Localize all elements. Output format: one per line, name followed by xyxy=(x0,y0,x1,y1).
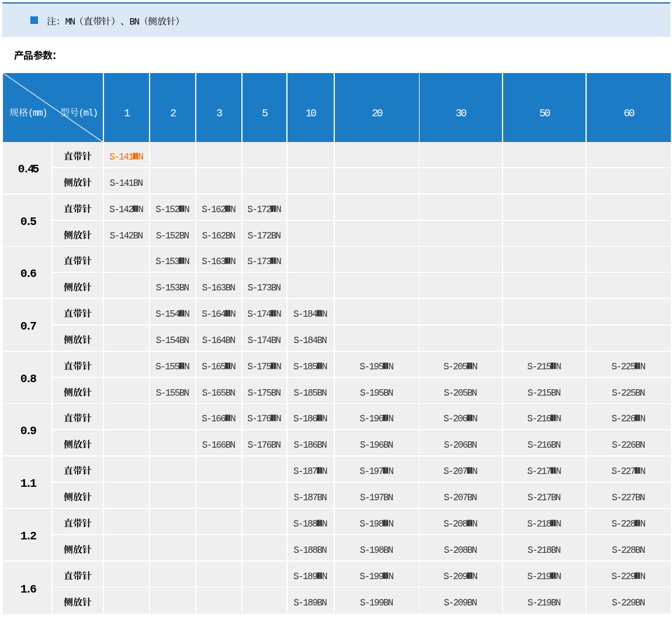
cjk-glyph xyxy=(73,545,82,554)
model-cell-empty xyxy=(420,195,503,221)
model-cell: S-153N xyxy=(150,247,196,273)
needle-type-label xyxy=(64,598,92,608)
needle-type-label xyxy=(64,440,92,451)
cjk-glyph xyxy=(73,361,82,371)
model-cell: S-155BN xyxy=(150,378,196,404)
model-cell-empty xyxy=(243,509,287,535)
cjk-glyph xyxy=(82,598,92,607)
model-cell-empty xyxy=(503,247,587,273)
model-cell: S-215N xyxy=(503,352,587,378)
cjk-glyph xyxy=(52,50,62,60)
model-code: S-208BN xyxy=(444,545,477,556)
spec-value: 0.6 xyxy=(20,267,35,281)
model-code: S-174N xyxy=(247,309,280,320)
model-cell: S-208BN xyxy=(420,535,503,562)
model-cell-empty xyxy=(104,509,150,535)
model-cell-empty xyxy=(587,142,671,168)
cjk-glyph xyxy=(157,16,167,26)
cjk-glyph xyxy=(82,440,92,449)
model-cell: S-196BN xyxy=(335,430,420,456)
model-cell: S-209N xyxy=(420,562,503,588)
spec-cell: 0.5 xyxy=(3,195,53,247)
cjk-glyph xyxy=(64,361,73,371)
block-m-glyph xyxy=(635,468,640,475)
volume-header-label: 2 xyxy=(150,109,195,118)
model-cell-empty xyxy=(150,404,196,430)
model-cell-empty xyxy=(243,142,287,168)
model-cell: S-154BN xyxy=(150,326,196,352)
model-cell: S-199BN xyxy=(335,587,420,614)
model-cell: S-185N xyxy=(287,352,335,378)
block-m-glyph xyxy=(635,415,640,422)
model-cell: S-153BN xyxy=(150,273,196,299)
block-m-glyph xyxy=(467,415,472,422)
block-m-glyph xyxy=(550,468,556,475)
block-m-glyph xyxy=(271,415,276,422)
model-cell-empty xyxy=(587,221,671,247)
block-m-glyph xyxy=(383,362,388,369)
model-cell: S-172N xyxy=(243,195,287,221)
latin-text-run: (ml) xyxy=(79,108,98,119)
note-text: MNBN xyxy=(47,16,185,27)
block-m-glyph xyxy=(225,415,230,422)
model-cell-empty xyxy=(335,273,420,299)
cjk-glyph xyxy=(14,50,24,60)
needle-type-cell xyxy=(53,221,104,247)
spec-value: 1.2 xyxy=(20,529,35,543)
model-code: S-165BN xyxy=(202,388,235,399)
model-cell: S-176N xyxy=(243,404,287,430)
cjk-glyph xyxy=(175,16,185,26)
model-code: S-205N xyxy=(444,362,477,372)
model-cell: S-207BN xyxy=(420,483,503,509)
cjk-glyph xyxy=(64,335,73,344)
latin-text-run: (mm) xyxy=(28,108,47,119)
model-code: S-227BN xyxy=(612,493,645,503)
model-code: S-186N xyxy=(293,414,327,424)
model-cell: S-219N xyxy=(503,562,587,588)
model-code: S-226N xyxy=(611,414,645,424)
volume-header-label: 5 xyxy=(243,109,286,118)
model-cell-empty xyxy=(420,247,503,273)
block-m-glyph xyxy=(635,572,640,579)
model-cell-empty xyxy=(243,456,287,483)
model-cell-empty xyxy=(150,142,196,168)
model-code: S-154N xyxy=(155,309,189,320)
model-cell: S-175BN xyxy=(243,378,287,404)
cjk-glyph xyxy=(82,151,92,161)
cjk-glyph xyxy=(9,108,19,117)
model-cell-empty xyxy=(503,326,587,352)
block-m-glyph xyxy=(317,415,322,422)
volume-header-label: 30 xyxy=(420,109,502,118)
model-code: S-165N xyxy=(202,362,235,372)
model-code: S-228N xyxy=(611,519,645,529)
model-code: S-197BN xyxy=(360,493,393,503)
model-cell: S-164BN xyxy=(196,326,243,352)
model-cell: S-226BN xyxy=(587,430,671,456)
model-cell-empty xyxy=(104,352,150,378)
model-cell: S-162BN xyxy=(196,221,243,247)
cjk-glyph xyxy=(73,440,82,449)
cjk-glyph xyxy=(64,598,73,607)
model-cell: S-186BN xyxy=(287,430,335,456)
model-cell-empty xyxy=(150,587,196,614)
model-code: S-219N xyxy=(527,571,560,581)
model-cell-empty xyxy=(196,456,243,483)
model-code: S-207BN xyxy=(444,493,477,503)
cjk-glyph xyxy=(82,571,92,580)
model-code: S-142BN xyxy=(110,230,143,241)
block-m-glyph xyxy=(225,310,230,317)
block-m-glyph xyxy=(467,520,472,527)
needle-type-cell xyxy=(53,587,104,614)
model-code: S-199N xyxy=(359,571,393,581)
model-cell-empty xyxy=(104,326,150,352)
cjk-glyph xyxy=(82,492,92,501)
cjk-glyph xyxy=(73,466,82,476)
needle-type-cell xyxy=(53,535,104,562)
model-cell: S-199N xyxy=(335,562,420,588)
page-title xyxy=(14,50,62,61)
model-code: S-166N xyxy=(202,414,235,424)
model-code: S-227N xyxy=(611,466,645,477)
model-cell: S-219BN xyxy=(503,587,587,614)
model-cell-empty xyxy=(587,195,671,221)
model-cell-empty xyxy=(196,168,243,195)
